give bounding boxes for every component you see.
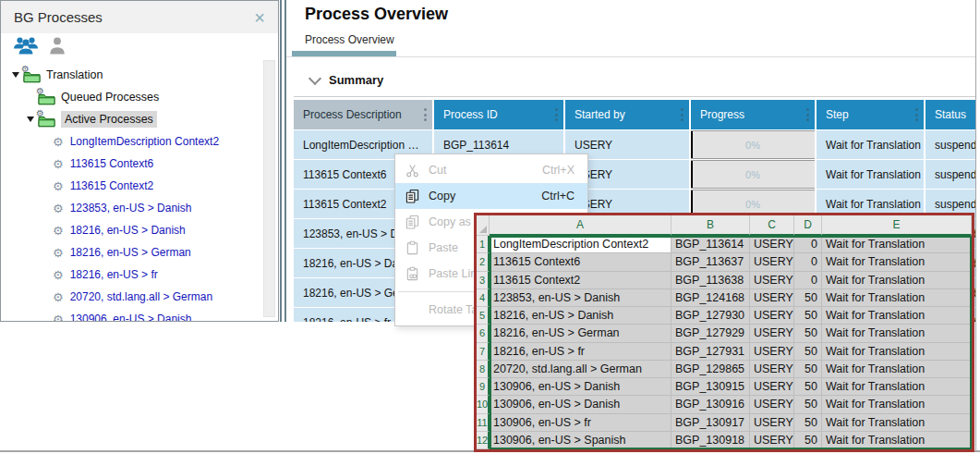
sheet-cell[interactable]: BGP_130915 [671, 378, 750, 396]
tree-item-process[interactable]: ⚙18216, en-US > German [1, 241, 267, 264]
sheet-cell[interactable]: 50 [794, 343, 822, 361]
column-header-started-by[interactable]: Started by [565, 100, 689, 129]
sheet-row-header[interactable]: 5 [477, 307, 490, 325]
sheet-row-header[interactable]: 4 [477, 289, 490, 307]
column-header-process-id[interactable]: Process ID [434, 100, 563, 129]
sheet-cell[interactable]: 50 [794, 289, 822, 307]
sheet-cell[interactable]: BGP_127931 [671, 343, 750, 361]
sheet-cell[interactable]: Wait for Translation [822, 414, 972, 432]
tree-item-folder[interactable]: ⚙Active Processes [1, 108, 267, 130]
sheet-row-header[interactable]: 6 [477, 325, 490, 342]
sheet-cell[interactable]: USERY [750, 253, 794, 271]
sheet-cell[interactable]: 50 [794, 414, 822, 432]
tab-process-overview[interactable]: Process Overview [305, 33, 394, 46]
sheet-row-header[interactable]: 8 [477, 361, 490, 378]
sheet-column-header-c[interactable]: C [750, 215, 794, 236]
sheet-cell[interactable]: Wait for Translation [822, 325, 972, 342]
column-menu-icon[interactable] [424, 108, 427, 121]
tree-item-process[interactable]: ⚙130906, en-US > Danish [1, 308, 267, 321]
menu-item-cut[interactable]: CutCtrl+X [395, 157, 587, 183]
tree-item-process[interactable]: ⚙113615 Context6 [1, 153, 267, 175]
sheet-cell[interactable]: BGP_130917 [671, 414, 750, 432]
vertical-scrollbar[interactable] [263, 60, 275, 317]
sheet-row-header[interactable]: 10 [477, 396, 490, 413]
sheet-cell[interactable]: BGP_127930 [671, 307, 750, 325]
sheet-cell[interactable]: Wait for Translation [822, 343, 972, 361]
tree-item-process[interactable]: ⚙113615 Context2 [1, 175, 267, 197]
column-menu-icon[interactable] [915, 108, 918, 121]
sheet-cell[interactable]: Wait for Translation [822, 236, 972, 253]
column-header-step[interactable]: Step [817, 100, 924, 129]
sheet-cell[interactable]: LongItemDescription Context2 [490, 236, 671, 253]
menu-item-copy[interactable]: CopyCtrl+C [395, 183, 587, 209]
sheet-cell[interactable]: BGP_113638 [671, 272, 750, 289]
tree-item-process[interactable]: ⚙123853, en-US > Danish [1, 197, 267, 219]
sheet-cell[interactable]: Wait for Translation [822, 378, 972, 396]
sheet-row-header[interactable]: 3 [477, 272, 490, 289]
tree-item-process[interactable]: ⚙18216, en-US > Danish [1, 219, 267, 241]
sheet-cell[interactable]: BGP_129865 [671, 361, 750, 378]
sheet-cell[interactable]: BGP_130916 [671, 396, 750, 413]
sheet-cell[interactable]: BGP_127929 [671, 325, 750, 342]
summary-section-header[interactable]: Summary [310, 73, 383, 87]
sheet-cell[interactable]: 0 [794, 253, 822, 271]
sheet-cell[interactable]: USERY [750, 343, 794, 361]
sheet-cell[interactable]: 113615 Context2 [490, 272, 671, 289]
sheet-row-header[interactable]: 12 [477, 432, 490, 449]
sheet-cell[interactable]: USERY [750, 414, 794, 432]
user-icon[interactable] [49, 36, 66, 58]
sheet-cell[interactable]: 130906, en-US > Danish [490, 378, 671, 396]
sheet-cell[interactable]: Wait for Translation [822, 361, 972, 378]
sheet-cell[interactable]: BGP_124168 [671, 289, 750, 307]
sheet-row-header[interactable]: 11 [477, 414, 490, 432]
sheet-column-header-d[interactable]: D [794, 215, 822, 236]
panel-splitter[interactable] [280, 0, 286, 322]
tree-item-process[interactable]: ⚙20720, std.lang.all > German [1, 286, 267, 308]
sheet-cell[interactable]: BGP_130918 [671, 432, 750, 449]
sheet-row-header[interactable]: 1 [477, 236, 490, 253]
column-menu-icon[interactable] [555, 108, 558, 121]
sheet-cell[interactable]: USERY [750, 307, 794, 325]
column-header-progress[interactable]: Progress [691, 100, 815, 129]
sheet-cell[interactable]: 130906, en-US > Spanish [490, 432, 671, 449]
tree-item-folder[interactable]: ⚙Translation [1, 64, 267, 86]
sheet-cell[interactable]: 18216, en-US > fr [490, 343, 671, 361]
sheet-cell[interactable]: Wait for Translation [822, 307, 972, 325]
tree-item-process[interactable]: ⚙18216, en-US > fr [1, 264, 267, 286]
sheet-cell[interactable]: USERY [750, 432, 794, 449]
sheet-cell[interactable]: Wait for Translation [822, 272, 972, 289]
sheet-cell[interactable]: Wait for Translation [822, 253, 972, 271]
sheet-cell[interactable]: 50 [794, 361, 822, 378]
column-header-status[interactable]: Status [926, 100, 976, 129]
select-all-corner[interactable] [477, 215, 490, 236]
sheet-cell[interactable]: 50 [794, 307, 822, 325]
sheet-column-header-e[interactable]: E [822, 215, 972, 236]
sheet-cell[interactable]: 18216, en-US > German [490, 325, 671, 342]
sheet-cell[interactable]: USERY [750, 325, 794, 342]
sheet-cell[interactable]: Wait for Translation [822, 396, 972, 413]
close-icon[interactable]: × [248, 6, 271, 29]
sheet-cell[interactable]: 50 [794, 432, 822, 449]
users-group-icon[interactable] [12, 35, 40, 58]
sheet-cell[interactable]: 20720, std.lang.all > German [490, 361, 671, 378]
sheet-cell[interactable]: Wait for Translation [822, 432, 972, 449]
sheet-cell[interactable]: 50 [794, 396, 822, 413]
sheet-column-header-a[interactable]: A [490, 215, 671, 236]
sheet-row-header[interactable]: 7 [477, 343, 490, 361]
column-menu-icon[interactable] [806, 108, 809, 121]
sheet-cell[interactable]: 130906, en-US > fr [490, 414, 671, 432]
sheet-cell[interactable]: USERY [750, 396, 794, 413]
sheet-cell[interactable]: BGP_113637 [671, 253, 750, 271]
column-header-process-description[interactable]: Process Description [294, 100, 432, 129]
sheet-cell[interactable]: 123853, en-US > Danish [490, 289, 671, 307]
tree-item-process[interactable]: ⚙LongItemDescription Context2 [1, 130, 267, 153]
sheet-cell[interactable]: 0 [794, 272, 822, 289]
sheet-cell[interactable]: 50 [794, 378, 822, 396]
sheet-cell[interactable]: USERY [750, 361, 794, 378]
sheet-cell[interactable]: USERY [750, 236, 794, 253]
sheet-cell[interactable]: USERY [750, 272, 794, 289]
sheet-cell[interactable]: Wait for Translation [822, 289, 972, 307]
tree-item-folder[interactable]: ⚙Queued Processes [1, 86, 267, 108]
sheet-column-header-b[interactable]: B [671, 215, 750, 236]
sheet-cell[interactable]: 0 [794, 236, 822, 253]
